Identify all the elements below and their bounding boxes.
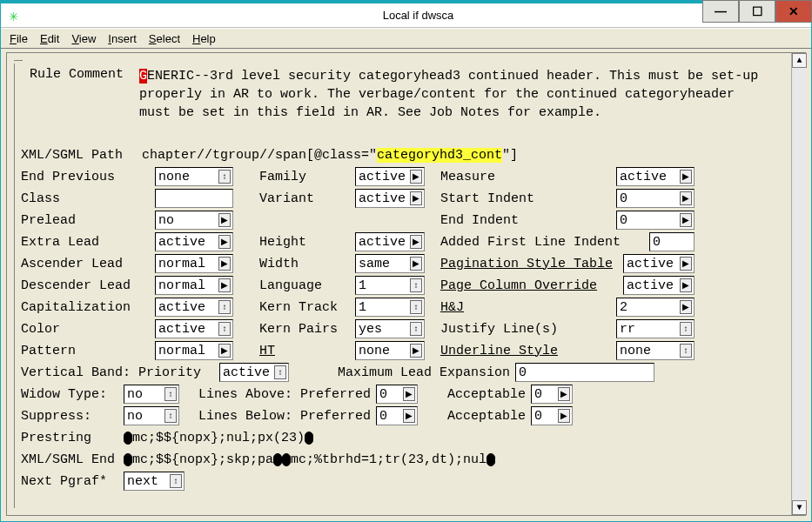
- vertical-scrollbar[interactable]: ▲ ▼: [791, 53, 806, 515]
- menu-help[interactable]: Help: [192, 32, 216, 45]
- suppress-select[interactable]: no↕: [124, 406, 179, 425]
- afli-label: Added First Line Indent: [440, 235, 649, 250]
- end-indent-select[interactable]: 0▶: [616, 211, 695, 230]
- lines-below-pref-label: Lines Below: Preferred: [179, 409, 376, 424]
- xml-path-label: XML/SGML Path: [17, 148, 139, 163]
- start-indent-label: Start Indent: [440, 191, 616, 206]
- color-label: Color: [17, 322, 155, 337]
- end-previous-label: End Previous: [17, 170, 155, 184]
- pst-select[interactable]: active▶: [623, 254, 695, 273]
- client-area: ▲ ▼ Rule Comment GENERIC--3rd level secu…: [6, 52, 806, 516]
- mle-input[interactable]: [515, 363, 654, 382]
- hj-label[interactable]: H&J: [440, 300, 616, 315]
- escape-char-icon: [487, 453, 495, 466]
- lines-below-pref-select[interactable]: 0▶: [376, 406, 418, 425]
- class-input[interactable]: [155, 189, 233, 208]
- family-label: Family: [259, 170, 355, 184]
- menu-edit[interactable]: Edit: [40, 32, 59, 45]
- hj-select[interactable]: 2▶: [616, 298, 695, 317]
- descender-select[interactable]: normal▶: [155, 276, 233, 295]
- escape-char-icon: [305, 432, 313, 445]
- capitalization-select[interactable]: active↕: [155, 298, 233, 317]
- rule-comment-label: Rule Comment: [17, 67, 139, 82]
- vertical-band-select[interactable]: active↕: [219, 363, 289, 382]
- variant-select[interactable]: active▶: [355, 189, 425, 208]
- kern-pairs-label: Kern Pairs: [259, 322, 355, 337]
- pattern-select[interactable]: normal▶: [155, 341, 233, 360]
- lines-below-acc-select[interactable]: 0▶: [531, 406, 573, 425]
- escape-char-icon: [124, 432, 132, 445]
- app-icon: ✳: [4, 6, 23, 25]
- rule-comment-input[interactable]: GENERIC--3rd level security categoryhead…: [139, 67, 764, 144]
- prelead-select[interactable]: no▶: [155, 211, 233, 230]
- justify-select[interactable]: rr↕: [616, 319, 695, 338]
- ascender-select[interactable]: normal▶: [155, 254, 233, 273]
- extra-lead-label: Extra Lead: [17, 235, 155, 250]
- width-label: Width: [259, 257, 355, 271]
- widow-type-select[interactable]: no↕: [124, 385, 179, 404]
- menu-select[interactable]: Select: [149, 32, 180, 45]
- xml-end-label: XML/SGML End: [17, 452, 124, 467]
- vertical-band-label: Vertical Band: Priority: [17, 365, 219, 380]
- prestring-label: Prestring: [17, 431, 124, 445]
- app-window: ✳ Local if dwsca — ☐ ✕ File Edit View In…: [0, 0, 812, 522]
- height-select[interactable]: active▶: [355, 232, 425, 251]
- menu-view[interactable]: View: [71, 32, 96, 45]
- lines-above-pref-label: Lines Above: Preferred: [179, 387, 376, 402]
- maximize-button[interactable]: ☐: [739, 0, 775, 23]
- prelead-label: Prelead: [17, 213, 155, 228]
- afli-input[interactable]: [649, 232, 695, 251]
- end-indent-label: End Indent: [440, 213, 616, 228]
- capitalization-label: Capitalization: [17, 300, 155, 315]
- pco-select[interactable]: active▶: [623, 276, 695, 295]
- pco-label[interactable]: Page Column Override: [440, 278, 623, 293]
- variant-label: Variant: [259, 191, 355, 206]
- measure-label: Measure: [440, 170, 616, 184]
- height-label: Height: [259, 235, 355, 250]
- scroll-up-button[interactable]: ▲: [792, 53, 807, 68]
- ascender-label: Ascender Lead: [17, 257, 155, 271]
- lines-above-acc-label: Acceptable: [418, 387, 531, 402]
- kern-pairs-select[interactable]: yes↕: [355, 319, 425, 338]
- ht-label: HT: [259, 344, 355, 358]
- end-previous-select[interactable]: none↕: [155, 167, 233, 186]
- form: Rule Comment GENERIC--3rd level security…: [7, 60, 791, 515]
- close-button[interactable]: ✕: [775, 0, 812, 23]
- descender-label: Descender Lead: [17, 278, 155, 293]
- kern-track-label: Kern Track: [259, 300, 355, 315]
- menu-file[interactable]: File: [10, 32, 28, 45]
- language-select[interactable]: 1↕: [355, 276, 425, 295]
- escape-char-icon: [273, 453, 282, 466]
- next-pgraf-label: Next Pgraf*: [17, 474, 124, 489]
- kern-track-select[interactable]: 1↕: [355, 298, 425, 317]
- escape-char-icon: [282, 453, 291, 466]
- xml-path-input[interactable]: chapter//tgroup//span[@class="categoryhd…: [139, 147, 764, 164]
- pattern-label: Pattern: [17, 344, 155, 358]
- ht-select[interactable]: none▶: [355, 341, 425, 360]
- lines-above-pref-select[interactable]: 0▶: [376, 385, 418, 404]
- language-label: Language: [259, 278, 355, 293]
- mle-label: Maximum Lead Expansion: [289, 365, 515, 380]
- titlebar: ✳ Local if dwsca — ☐ ✕: [1, 3, 811, 28]
- width-select[interactable]: same▶: [355, 254, 425, 273]
- menu-insert[interactable]: Insert: [108, 32, 137, 45]
- scroll-down-button[interactable]: ▼: [792, 500, 807, 515]
- justify-label: Justify Line(s): [440, 322, 616, 337]
- suppress-label: Suppress:: [17, 409, 124, 424]
- class-label: Class: [17, 191, 155, 206]
- extra-lead-select[interactable]: active▶: [155, 232, 233, 251]
- menubar: File Edit View Insert Select Help: [1, 28, 811, 49]
- family-select[interactable]: active▶: [355, 167, 425, 186]
- color-select[interactable]: active↕: [155, 319, 233, 338]
- lines-above-acc-select[interactable]: 0▶: [531, 385, 573, 404]
- widow-type-label: Widow Type:: [17, 387, 124, 402]
- underline-style-label[interactable]: Underline Style: [440, 344, 616, 358]
- prestring-input[interactable]: mc;$${nopx};nul;px(23): [124, 431, 764, 445]
- start-indent-select[interactable]: 0▶: [616, 189, 695, 208]
- next-pgraf-select[interactable]: next↕: [124, 472, 185, 491]
- underline-style-select[interactable]: none↕: [616, 341, 695, 360]
- xml-end-input[interactable]: mc;$${nopx};skp;pamc;%tbrhd=1;tr(23,dt);…: [124, 452, 764, 467]
- measure-select[interactable]: active▶: [616, 167, 695, 186]
- pst-label[interactable]: Pagination Style Table: [440, 257, 623, 271]
- minimize-button[interactable]: —: [702, 0, 739, 23]
